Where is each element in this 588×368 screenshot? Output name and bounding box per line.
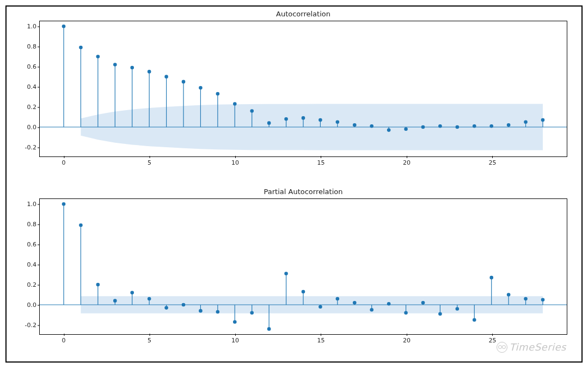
marker bbox=[302, 290, 305, 294]
marker bbox=[302, 116, 305, 120]
marker bbox=[353, 123, 357, 127]
marker bbox=[199, 86, 203, 90]
watermark-text: TimeSeries bbox=[510, 341, 566, 353]
acf-axes: -0.20.00.20.40.60.81.00510152025 bbox=[39, 21, 567, 157]
marker bbox=[79, 224, 83, 227]
marker bbox=[438, 124, 442, 128]
x-tick-label: 0 bbox=[62, 159, 66, 166]
y-tick-label: -0.2 bbox=[17, 144, 36, 151]
marker bbox=[113, 299, 117, 303]
x-tick-label: 10 bbox=[231, 337, 239, 344]
marker bbox=[250, 311, 254, 315]
figure-frame: Autocorrelation -0.20.00.20.40.60.81.005… bbox=[5, 5, 583, 363]
marker bbox=[541, 298, 545, 302]
x-tick-label: 15 bbox=[317, 159, 324, 166]
x-tick-label: 25 bbox=[488, 159, 496, 166]
acf-panel: Autocorrelation -0.20.00.20.40.60.81.005… bbox=[39, 21, 567, 157]
marker bbox=[96, 55, 100, 58]
y-tick-label: 0.6 bbox=[17, 63, 36, 70]
marker bbox=[113, 63, 117, 67]
marker bbox=[182, 303, 186, 307]
y-tick-label: 0.2 bbox=[17, 281, 36, 288]
marker bbox=[404, 311, 408, 315]
y-tick-label: 0.8 bbox=[17, 221, 36, 228]
marker bbox=[284, 117, 288, 121]
watermark-icon bbox=[497, 342, 507, 353]
screenshot-root: Autocorrelation -0.20.00.20.40.60.81.005… bbox=[0, 0, 588, 368]
marker bbox=[62, 202, 66, 206]
marker bbox=[353, 301, 357, 305]
marker bbox=[387, 128, 391, 132]
marker bbox=[336, 120, 340, 124]
y-tick-label: 0.8 bbox=[17, 43, 36, 50]
y-tick-label: 0.0 bbox=[17, 301, 36, 309]
marker bbox=[387, 302, 391, 306]
y-tick-label: 0.2 bbox=[17, 104, 36, 111]
x-tick-label: 25 bbox=[488, 337, 496, 344]
marker bbox=[524, 297, 528, 301]
marker bbox=[370, 308, 373, 312]
marker bbox=[489, 276, 493, 280]
x-tick-label: 20 bbox=[403, 337, 411, 344]
x-tick-label: 0 bbox=[62, 337, 66, 344]
x-tick-label: 5 bbox=[148, 159, 151, 166]
marker bbox=[216, 92, 220, 96]
marker bbox=[318, 118, 322, 122]
marker bbox=[96, 283, 100, 287]
x-tick-label: 5 bbox=[148, 337, 151, 344]
marker bbox=[370, 124, 373, 128]
pacf-panel: Partial Autocorrelation -0.20.00.20.40.6… bbox=[39, 198, 567, 335]
y-tick-label: 1.0 bbox=[17, 23, 36, 30]
acf-title: Autocorrelation bbox=[39, 10, 567, 18]
marker bbox=[267, 121, 271, 125]
y-tick-label: 0.6 bbox=[17, 241, 36, 248]
marker bbox=[438, 312, 442, 316]
marker bbox=[79, 46, 83, 50]
marker bbox=[473, 124, 476, 128]
watermark: TimeSeries bbox=[497, 341, 566, 353]
marker bbox=[199, 309, 203, 313]
marker bbox=[148, 297, 151, 301]
marker bbox=[130, 66, 134, 70]
y-tick-label: 1.0 bbox=[17, 201, 36, 208]
marker bbox=[524, 120, 528, 124]
marker bbox=[233, 102, 237, 106]
acf-plot bbox=[40, 21, 567, 157]
marker bbox=[489, 124, 493, 128]
x-tick-label: 15 bbox=[317, 337, 324, 344]
marker bbox=[336, 297, 340, 301]
marker bbox=[318, 305, 322, 309]
marker bbox=[284, 272, 288, 275]
x-tick-label: 10 bbox=[231, 159, 239, 166]
marker bbox=[421, 301, 425, 305]
marker bbox=[456, 125, 460, 129]
pacf-axes: -0.20.00.20.40.60.81.00510152025 bbox=[39, 198, 567, 335]
marker bbox=[456, 307, 460, 311]
marker bbox=[404, 127, 408, 131]
marker bbox=[130, 291, 134, 295]
y-tick-label: -0.2 bbox=[17, 322, 36, 329]
y-tick-label: 0.4 bbox=[17, 83, 36, 91]
pacf-plot bbox=[40, 199, 567, 335]
marker bbox=[233, 320, 237, 324]
x-tick-label: 20 bbox=[403, 159, 411, 166]
marker bbox=[216, 310, 220, 314]
y-tick-label: 0.0 bbox=[17, 124, 36, 131]
marker bbox=[164, 306, 168, 310]
marker bbox=[507, 293, 511, 297]
marker bbox=[164, 75, 168, 79]
marker bbox=[62, 25, 66, 28]
marker bbox=[250, 109, 254, 113]
marker bbox=[267, 327, 271, 331]
marker bbox=[473, 318, 476, 322]
marker bbox=[507, 123, 511, 127]
marker bbox=[182, 80, 186, 84]
marker bbox=[148, 70, 151, 74]
pacf-title: Partial Autocorrelation bbox=[39, 188, 567, 196]
y-tick-label: 0.4 bbox=[17, 261, 36, 268]
marker bbox=[421, 125, 425, 129]
marker bbox=[541, 118, 545, 122]
